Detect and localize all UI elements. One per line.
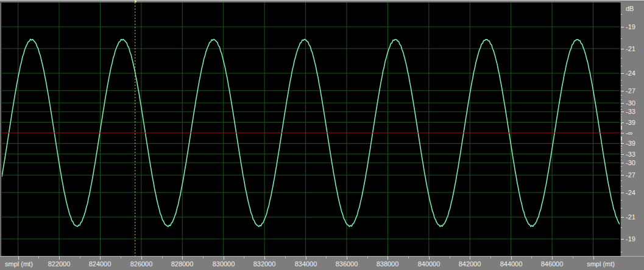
level-ruler-minor-tick (621, 114, 622, 115)
time-ruler-major-tick (511, 257, 512, 260)
level-ruler-minor-tick (621, 145, 622, 146)
time-tick-label: 846000 (533, 260, 571, 268)
level-ruler-minor-tick (621, 121, 622, 121)
level-ruler-major-tick (621, 103, 624, 104)
time-ruler-minor-tick (162, 257, 163, 258)
time-ruler-minor-tick (285, 257, 286, 258)
level-ruler-minor-tick (621, 138, 622, 139)
level-ruler-minor-tick (621, 58, 622, 59)
level-ruler-minor-tick (621, 137, 622, 137)
level-ruler-minor-tick (621, 150, 622, 151)
level-ruler-minor-tick (621, 106, 622, 107)
level-ruler-major-tick (621, 73, 624, 74)
level-ruler-major-tick (621, 49, 624, 49)
level-ruler-major-tick (621, 112, 624, 112)
time-tick-label: 832000 (245, 260, 284, 268)
level-ruler-major-tick (621, 175, 624, 176)
level-tick-label: -24 (626, 189, 635, 196)
level-ruler-major-tick (621, 239, 624, 240)
level-ruler-major-tick (621, 91, 624, 91)
time-tick-label: 834000 (286, 260, 325, 268)
level-ruler-minor-tick (621, 200, 622, 201)
time-ruler-major-tick (306, 257, 306, 260)
level-ruler-minor-tick (621, 146, 622, 147)
time-ruler-minor-tick (573, 257, 573, 258)
level-ruler-minor-tick (621, 186, 622, 187)
time-ruler-minor-tick (326, 257, 327, 258)
level-tick-label: -27 (626, 171, 635, 179)
level-tick-label: -39 (626, 119, 635, 126)
level-tick-label: -33 (626, 108, 635, 115)
audio-editor-waveform-window: dB -19-19-21-21-24-24-27-27-30-30-33-33-… (0, 0, 644, 270)
level-ruler-major-tick (621, 133, 624, 133)
level-tick-label: -19 (626, 23, 635, 30)
time-ruler-major-tick (593, 257, 594, 260)
level-ruler-minor-tick (621, 38, 622, 39)
time-tick-label: 830000 (204, 260, 243, 268)
level-ruler-minor-tick (621, 119, 622, 120)
time-ruler-major-tick (18, 257, 19, 260)
level-ruler-minor-tick (621, 139, 622, 140)
time-ruler-major-tick (264, 257, 265, 260)
level-tick-label: -19 (626, 235, 635, 243)
time-tick-label: 842000 (450, 260, 489, 268)
level-tick-label: -30 (626, 159, 635, 166)
level-tick-label: -24 (626, 69, 635, 77)
waveform-display[interactable] (2, 2, 620, 256)
level-ruler-minor-tick (621, 166, 622, 167)
level-ruler-minor-tick (621, 208, 622, 208)
level-ruler-minor-tick (621, 124, 622, 125)
time-ruler-major-tick (552, 257, 553, 260)
time-tick-label: 840000 (409, 260, 448, 268)
level-ruler-minor-tick (621, 95, 622, 96)
level-ruler-minor-tick (621, 141, 622, 142)
level-tick-label: -∞ (626, 129, 633, 137)
level-ruler-minor-tick (621, 148, 622, 149)
level-ruler-minor-tick (621, 171, 622, 171)
time-ruler-major-tick (141, 257, 142, 260)
level-tick-label: -21 (626, 45, 635, 52)
level-ruler-minor-tick (621, 66, 622, 66)
level-ruler-major-tick (621, 217, 624, 218)
time-tick-label: 826000 (122, 260, 161, 268)
level-ruler-major-tick (621, 154, 624, 155)
level-ruler-minor-tick (621, 116, 622, 116)
level-ruler-minor-tick (621, 109, 622, 110)
level-ruler-minor-tick (621, 123, 622, 124)
level-ruler-minor-tick (621, 129, 622, 130)
level-ruler-minor-tick (621, 157, 622, 157)
level-tick-label: -30 (626, 99, 635, 107)
time-ruler-minor-tick (121, 257, 121, 258)
time-ruler-minor-tick (367, 257, 368, 258)
level-ruler-minor-tick (621, 140, 622, 141)
level-ruler-minor-tick (621, 227, 622, 228)
level-ruler-minor-tick (621, 252, 622, 252)
level-ruler-unit-label: dB (626, 5, 634, 12)
level-ruler[interactable]: dB -19-19-21-21-24-24-27-27-30-30-33-33-… (620, 2, 644, 270)
level-ruler-minor-tick (621, 152, 622, 152)
time-tick-label: 828000 (163, 260, 202, 268)
level-tick-label: -39 (626, 140, 635, 147)
time-ruler-major-tick (470, 257, 470, 260)
level-ruler-minor-tick (621, 80, 622, 80)
time-ruler[interactable]: smpl (mt) smpl (mt) 82200082400082600082… (0, 256, 644, 270)
level-tick-label: -27 (626, 87, 635, 94)
level-ruler-minor-tick (621, 140, 622, 140)
level-ruler-major-tick (621, 143, 624, 144)
level-ruler-minor-tick (621, 137, 622, 138)
time-ruler-minor-tick (490, 257, 491, 258)
time-ruler-major-tick (59, 257, 60, 260)
level-ruler-minor-tick (621, 85, 622, 86)
time-tick-label: 844000 (492, 260, 531, 268)
level-tick-label: -33 (626, 151, 635, 158)
level-ruler-major-tick (621, 193, 624, 193)
time-ruler-major-tick (224, 257, 224, 260)
time-tick-label: 822000 (40, 260, 79, 268)
time-ruler-unit-label-left: smpl (mt) (5, 260, 33, 268)
time-ruler-unit-label-right: smpl (mt) (587, 260, 615, 268)
time-ruler-minor-tick (408, 257, 409, 258)
time-ruler-major-tick (429, 257, 430, 260)
time-ruler-minor-tick (38, 257, 39, 258)
time-ruler-major-tick (182, 257, 183, 260)
time-ruler-major-tick (100, 257, 101, 260)
